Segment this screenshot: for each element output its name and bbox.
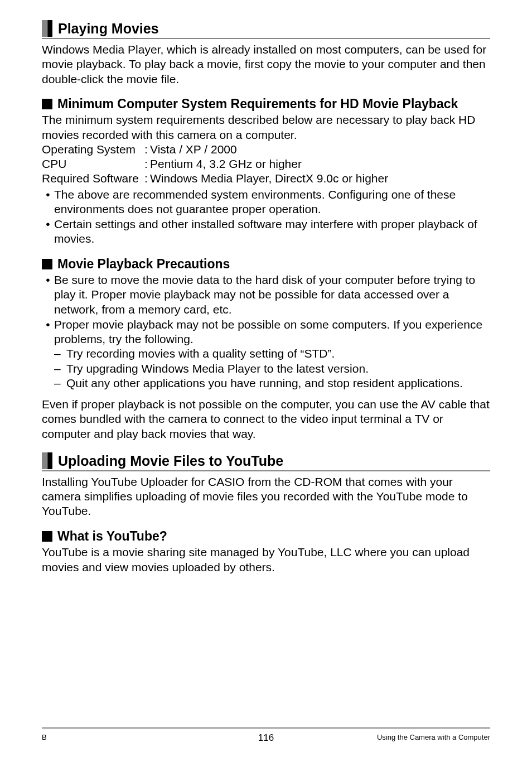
section-title: Uploading Movie Files to YouTube <box>58 452 283 469</box>
bullet-text: Be sure to move the movie data to the ha… <box>54 273 490 317</box>
subheading-title: What is YouTube? <box>57 529 167 544</box>
sub2-bullets: • Be sure to move the movie data to the … <box>42 273 490 390</box>
heading-bar-outer-icon <box>42 452 47 469</box>
list-item: • The above are recommended system envir… <box>42 187 490 217</box>
heading-bar-inner-icon <box>47 452 52 469</box>
spec-row-os: Operating System : Vista / XP / 2000 <box>42 142 490 157</box>
spec-colon: : <box>144 171 150 186</box>
spec-row-cpu: CPU : Pentium 4, 3.2 GHz or higher <box>42 157 490 171</box>
sub1-bullets: • The above are recommended system envir… <box>42 187 490 247</box>
section1-intro: Windows Media Player, which is already i… <box>42 42 490 86</box>
spec-label: Operating System <box>42 142 144 157</box>
square-bullet-icon <box>42 531 52 542</box>
spec-label: CPU <box>42 157 144 171</box>
section-title: Playing Movies <box>58 20 159 37</box>
bullet-text: Proper movie playback may not be possibl… <box>54 317 490 347</box>
dash-text: Try upgrading Windows Media Player to th… <box>66 361 369 376</box>
spec-row-software: Required Software : Windows Media Player… <box>42 171 490 186</box>
section-heading-playing-movies: Playing Movies <box>42 20 490 39</box>
subheading-title: Movie Playback Precautions <box>57 257 230 272</box>
youtube-text: YouTube is a movie sharing site managed … <box>42 545 490 575</box>
list-item: • Proper movie playback may not be possi… <box>42 317 490 347</box>
bullet-dot-icon: • <box>42 217 54 247</box>
dash-text: Try recording movies with a quality sett… <box>66 346 335 361</box>
list-sub-item: – Try upgrading Windows Media Player to … <box>42 361 490 376</box>
section2-intro: Installing YouTube Uploader for CASIO fr… <box>42 475 490 519</box>
footer-right: Using the Camera with a Computer <box>341 733 490 742</box>
footer-left: B <box>42 733 191 742</box>
subheading-title: Minimum Computer System Requirements for… <box>57 97 458 112</box>
spec-value: Windows Media Player, DirectX 9.0c or hi… <box>150 171 490 186</box>
subheading-what-is-youtube: What is YouTube? <box>42 529 490 544</box>
sub1-lead: The minimum system requirements describe… <box>42 113 490 142</box>
page-number: 116 <box>191 732 341 744</box>
list-sub-item: – Quit any other applications you have r… <box>42 376 490 390</box>
square-bullet-icon <box>42 259 52 269</box>
list-item: • Certain settings and other installed s… <box>42 217 490 247</box>
dash-icon: – <box>54 361 66 376</box>
spec-value: Vista / XP / 2000 <box>150 142 490 157</box>
section-heading-uploading: Uploading Movie Files to YouTube <box>42 452 490 471</box>
spec-label: Required Software <box>42 171 144 186</box>
page-footer: B 116 Using the Camera with a Computer <box>42 727 490 744</box>
list-sub-item: – Try recording movies with a quality se… <box>42 346 490 361</box>
list-item: • Be sure to move the movie data to the … <box>42 273 490 317</box>
dash-icon: – <box>54 346 66 361</box>
bullet-text: The above are recommended system environ… <box>54 187 490 217</box>
heading-bar-inner-icon <box>47 20 52 37</box>
bullet-dot-icon: • <box>42 187 54 217</box>
dash-icon: – <box>54 376 66 390</box>
spec-colon: : <box>144 142 150 157</box>
bullet-dot-icon: • <box>42 317 54 347</box>
sub2-closing: Even if proper playback is not possible … <box>42 397 490 441</box>
dash-text: Quit any other applications you have run… <box>66 376 463 390</box>
spec-value: Pentium 4, 3.2 GHz or higher <box>150 157 490 171</box>
subheading-min-requirements: Minimum Computer System Requirements for… <box>42 97 490 112</box>
square-bullet-icon <box>42 99 52 109</box>
subheading-playback-precautions: Movie Playback Precautions <box>42 257 490 272</box>
heading-bar-outer-icon <box>42 20 47 37</box>
spec-colon: : <box>144 157 150 171</box>
bullet-dot-icon: • <box>42 273 54 317</box>
bullet-text: Certain settings and other installed sof… <box>54 217 490 247</box>
